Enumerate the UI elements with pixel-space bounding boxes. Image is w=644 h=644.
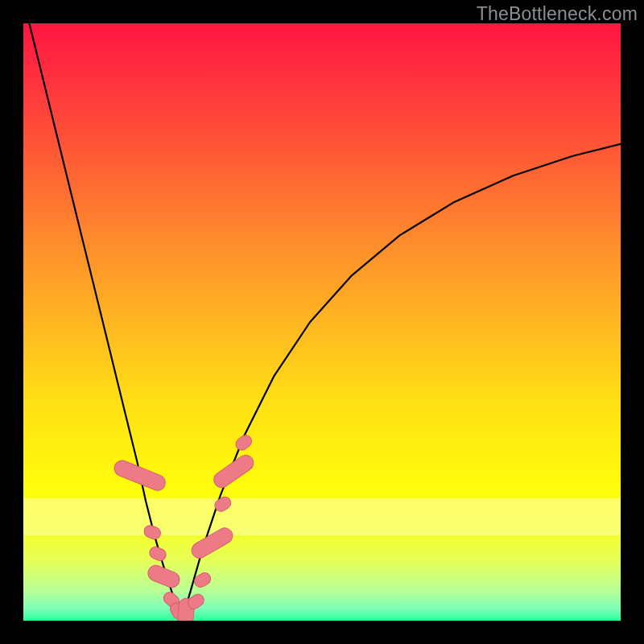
- marker-group: [112, 433, 256, 621]
- curve-right-branch: [182, 144, 621, 621]
- curve-layer: [23, 23, 621, 621]
- marker-12: [233, 433, 254, 452]
- marker-0: [112, 458, 167, 493]
- marker-2: [148, 545, 168, 563]
- plot-area: [23, 23, 621, 621]
- marker-9: [189, 525, 236, 561]
- marker-11: [211, 452, 257, 491]
- curve-group: [29, 23, 621, 621]
- marker-1: [142, 523, 163, 541]
- watermark-text: TheBottleneck.com: [477, 3, 638, 25]
- chart-frame: TheBottleneck.com: [0, 0, 644, 644]
